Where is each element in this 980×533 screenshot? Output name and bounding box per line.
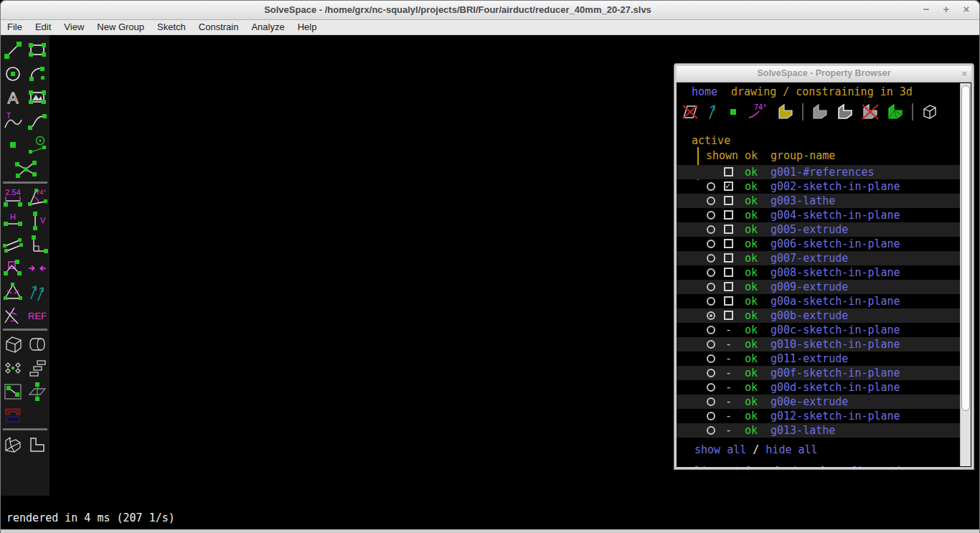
group-name-link[interactable]: g00b-extrude — [771, 308, 848, 323]
group-active-radio[interactable] — [707, 369, 715, 377]
group-name-link[interactable]: g007-extrude — [771, 251, 848, 265]
horizontal-constraint-tool[interactable]: H — [1, 210, 25, 232]
group-active-radio[interactable] — [707, 412, 715, 420]
extrude-group-tool[interactable] — [1, 334, 25, 355]
text-tool[interactable]: A — [1, 87, 25, 108]
perpendicular-constraint-tool[interactable] — [25, 234, 50, 255]
group-name-link[interactable]: g013-lathe — [771, 423, 835, 438]
image-tool[interactable] — [25, 87, 50, 108]
group-active-radio[interactable] — [707, 225, 715, 234]
assemble-tool[interactable] — [25, 433, 50, 455]
maximize-button[interactable]: + — [941, 3, 952, 17]
group-name-link[interactable]: g004-sketch-in-plane — [771, 208, 900, 222]
close-button[interactable]: × — [961, 3, 972, 17]
show-faces-icon[interactable] — [776, 102, 796, 122]
menu-new-group[interactable]: New Group — [90, 20, 151, 34]
lathe-group-tool[interactable] — [25, 334, 50, 355]
point-on-element-tool[interactable] — [1, 258, 25, 279]
show-all-link[interactable]: show all — [694, 443, 746, 456]
group-active-radio[interactable] — [707, 268, 715, 277]
configuration-link[interactable]: configuration — [831, 465, 915, 467]
property-browser-scrollbar[interactable] — [960, 83, 971, 466]
sketch-in-plane-tool[interactable] — [1, 381, 25, 402]
group-active-radio[interactable] — [707, 426, 715, 435]
equal-constraint-tool[interactable] — [1, 281, 25, 303]
group-name-link[interactable]: g001-#references — [771, 165, 875, 179]
property-browser-titlebar[interactable]: SolveSpace - Property Browser × — [677, 66, 971, 82]
home-link[interactable]: home — [692, 84, 717, 100]
menu-view[interactable]: View — [57, 20, 90, 34]
arc-tool[interactable] — [25, 63, 50, 85]
menu-edit[interactable]: Edit — [29, 20, 57, 34]
group-active-radio[interactable] — [707, 340, 715, 349]
line-segment-tool[interactable] — [1, 39, 25, 61]
scrollbar-thumb[interactable] — [961, 85, 970, 411]
parallel-constraint-tool[interactable] — [1, 234, 25, 255]
group-name-link[interactable]: g00e-extrude — [771, 395, 848, 409]
translate-group-tool[interactable] — [25, 357, 50, 379]
group-shown-checkbox[interactable] — [724, 239, 733, 248]
group-active-radio[interactable] — [707, 254, 715, 263]
group-active-radio[interactable] — [707, 397, 715, 406]
menu-constrain[interactable]: Constrain — [192, 20, 245, 34]
group-active-radio[interactable] — [707, 182, 715, 191]
show-edges-icon[interactable] — [835, 102, 855, 122]
title-bar[interactable]: SolveSpace - /home/grx/nc-squalyl/projec… — [1, 1, 979, 20]
show-constraints-icon[interactable]: 74° — [746, 102, 771, 122]
hide-workplanes-icon[interactable] — [681, 102, 699, 122]
group-shown-checkbox[interactable] — [724, 268, 733, 277]
group-name-link[interactable]: g008-sketch-in-plane — [771, 265, 900, 280]
group-shown-checkbox[interactable] — [724, 196, 733, 205]
group-name-link[interactable]: g00f-sketch-in-plane — [771, 366, 900, 380]
group-name-link[interactable]: g012-sketch-in-plane — [771, 409, 900, 423]
distance-dimension-tool[interactable]: 2.54 — [1, 187, 25, 208]
reference-dimension-tool[interactable]: REF — [25, 305, 50, 326]
angle-dimension-tool[interactable]: 74° — [25, 187, 50, 208]
group-shown-checkbox[interactable] — [724, 167, 733, 176]
vertical-constraint-tool[interactable]: V — [25, 210, 50, 232]
menu-analyze[interactable]: Analyze — [245, 20, 291, 34]
group-shown-checkbox[interactable] — [724, 225, 733, 234]
other-angle-tool[interactable] — [1, 305, 25, 326]
group-name-link[interactable]: g003-lathe — [771, 194, 835, 208]
menu-file[interactable]: File — [1, 20, 29, 34]
group-shown-checkbox[interactable] — [724, 210, 733, 220]
split-curves-tool[interactable] — [13, 158, 37, 179]
property-browser-close-icon[interactable]: × — [961, 68, 967, 79]
group-active-radio[interactable] — [707, 240, 715, 248]
minimize-button[interactable]: − — [920, 3, 932, 17]
group-name-link[interactable]: g00c-sketch-in-plane — [771, 323, 900, 337]
boolean-union-tool[interactable] — [1, 433, 25, 455]
group-name-link[interactable]: g011-extrude — [771, 352, 848, 366]
tangent-arc-tool[interactable]: T — [1, 110, 25, 132]
group-active-radio[interactable] — [707, 297, 715, 306]
show-normals-icon[interactable] — [705, 102, 720, 122]
group-name-link[interactable]: g005-extrude — [771, 222, 848, 237]
circle-tool[interactable] — [1, 63, 25, 85]
construction-tool[interactable] — [25, 134, 50, 156]
show-hidden-lines-icon[interactable] — [920, 102, 940, 122]
group-active-radio[interactable] — [707, 311, 715, 320]
group-shown-checkbox[interactable] — [724, 181, 733, 191]
group-active-radio[interactable] — [707, 354, 715, 363]
group-active-radio[interactable] — [707, 326, 715, 334]
show-shaded-icon[interactable] — [810, 102, 830, 122]
rotate-group-tool[interactable] — [1, 357, 25, 379]
hide-all-link[interactable]: hide all — [765, 443, 817, 456]
line-styles-link[interactable]: line styles — [694, 465, 765, 467]
bezier-tool[interactable] — [25, 110, 50, 132]
same-orientation-tool[interactable] — [25, 281, 50, 303]
hide-outlines-icon[interactable] — [860, 102, 880, 122]
group-shown-checkbox[interactable] — [724, 296, 733, 306]
menu-help[interactable]: Help — [291, 20, 324, 34]
sketch-in-3d-tool[interactable] — [25, 381, 50, 402]
rectangle-tool[interactable] — [25, 39, 50, 61]
show-mesh-icon[interactable] — [885, 102, 905, 122]
group-name-link[interactable]: g009-extrude — [771, 280, 848, 294]
group-active-radio[interactable] — [707, 197, 715, 205]
group-active-radio[interactable] — [707, 383, 715, 392]
view-link[interactable]: view — [785, 465, 811, 467]
show-points-icon[interactable] — [725, 102, 741, 122]
group-name-link[interactable]: g002-sketch-in-plane — [771, 179, 900, 194]
group-shown-checkbox[interactable] — [724, 311, 733, 320]
